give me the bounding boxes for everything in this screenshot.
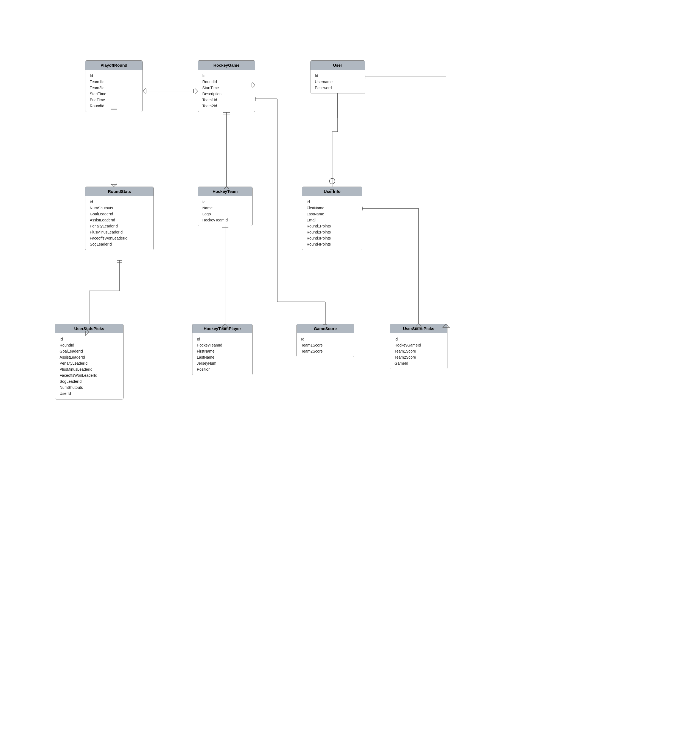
- field-roundstats-assistleaderid: AssistLeaderId: [90, 217, 149, 223]
- field-userscorepicks-team1score: Team1Score: [394, 348, 443, 354]
- field-playoffround-starttime: StartTime: [90, 91, 138, 97]
- field-hockeygame-team2id: Team2Id: [202, 103, 251, 109]
- svg-point-16: [329, 178, 335, 184]
- field-roundstats-sogleaderid: SogLeaderId: [90, 241, 149, 247]
- field-userscorepicks-team2score: Team2Score: [394, 354, 443, 360]
- field-userinfo-email: Email: [307, 217, 358, 223]
- entity-hockeyteamplayer-header: HockeyTeamPlayer: [193, 324, 252, 333]
- field-userinfo-round3points: Round3Points: [307, 235, 358, 241]
- entity-gamescore-header: GameScore: [297, 324, 354, 333]
- field-userstatspicks-roundid: RoundId: [59, 342, 119, 348]
- entity-hockeyteam-header: HockeyTeam: [198, 187, 252, 196]
- field-gamescore-team1score: Team1Score: [301, 342, 350, 348]
- field-hockeyteam-id: Id: [202, 199, 248, 205]
- field-userscorepicks-gameid: GameId: [394, 360, 443, 366]
- entity-playoffround-fields: Id Team1Id Team2Id StartTime EndTime Rou…: [85, 70, 142, 112]
- field-userinfo-lastname: LastName: [307, 211, 358, 217]
- field-hockeyteamplayer-firstname: FirstName: [197, 348, 248, 354]
- svg-line-5: [195, 91, 198, 94]
- field-roundstats-numshutouts: NumShutouts: [90, 205, 149, 211]
- erd-diagram: PlayoffRound Id Team1Id Team2Id StartTim…: [0, 0, 700, 743]
- field-userstatspicks-userid: UserId: [59, 391, 119, 397]
- svg-line-1: [143, 88, 145, 91]
- field-gamescore-id: Id: [301, 336, 350, 342]
- entity-user-header: User: [310, 61, 365, 70]
- field-user-id: Id: [315, 73, 360, 79]
- field-gamescore-team2score: Team2Score: [301, 348, 350, 354]
- entity-roundstats-fields: Id NumShutouts GoalLeaderId AssistLeader…: [85, 196, 153, 250]
- field-hockeyteam-logo: Logo: [202, 211, 248, 217]
- field-playoffround-team1id: Team1Id: [90, 79, 138, 85]
- entity-roundstats: RoundStats Id NumShutouts GoalLeaderId A…: [85, 186, 154, 250]
- field-userstatspicks-sogleaderid: SogLeaderId: [59, 378, 119, 385]
- entity-roundstats-header: RoundStats: [85, 187, 153, 196]
- field-hockeyteamplayer-hockeyteamid: HockeyTeamId: [197, 342, 248, 348]
- field-hockeygame-starttime: StartTime: [202, 85, 251, 91]
- entity-user-fields: Id Username Password: [310, 70, 365, 93]
- field-userinfo-round1points: Round1Points: [307, 223, 358, 229]
- svg-line-2: [143, 91, 145, 94]
- field-hockeygame-team1id: Team1Id: [202, 97, 251, 103]
- field-userstatspicks-penaltyleaderid: PenaltyLeaderId: [59, 360, 119, 366]
- field-hockeyteam-hockeyteamid: HockeyTeamId: [202, 217, 248, 223]
- field-userinfo-firstname: FirstName: [307, 205, 358, 211]
- field-hockeygame-id: Id: [202, 73, 251, 79]
- entity-gamescore: GameScore Id Team1Score Team2Score: [297, 324, 354, 357]
- field-userinfo-id: Id: [307, 199, 358, 205]
- entity-user: User Id Username Password: [310, 61, 365, 94]
- svg-line-24: [111, 184, 114, 186]
- svg-line-25: [114, 184, 117, 186]
- entity-userstatspicks-header: UserStatsPicks: [55, 324, 123, 333]
- field-userstatspicks-id: Id: [59, 336, 119, 342]
- entity-userstatspicks: UserStatsPicks Id RoundId GoalLeaderId A…: [55, 324, 123, 400]
- field-hockeygame-description: Description: [202, 91, 251, 97]
- field-user-password: Password: [315, 85, 360, 91]
- field-roundstats-penaltyleaderid: PenaltyLeaderId: [90, 223, 149, 229]
- field-userstatspicks-assistleaderid: AssistLeaderId: [59, 354, 119, 360]
- field-userscorepicks-hockeygameid: HockeyGameId: [394, 342, 443, 348]
- entity-hockeygame-header: HockeyGame: [198, 61, 255, 70]
- field-hockeyteamplayer-lastname: LastName: [197, 354, 248, 360]
- field-hockeyteamplayer-jerseynum: JerseyNum: [197, 360, 248, 366]
- field-hockeyteamplayer-id: Id: [197, 336, 248, 342]
- field-userstatspicks-numshutouts: NumShutouts: [59, 385, 119, 391]
- field-userinfo-round2points: Round2Points: [307, 229, 358, 235]
- entity-hockeyteam-fields: Id Name Logo HockeyTeamId: [198, 196, 252, 226]
- entity-userscorepicks-fields: Id HockeyGameId Team1Score Team2Score Ga…: [390, 333, 447, 369]
- field-userscorepicks-id: Id: [394, 336, 443, 342]
- field-playoffround-roundid: RoundId: [90, 103, 138, 109]
- entity-playoffround-header: PlayoffRound: [85, 61, 142, 70]
- field-playoffround-endtime: EndTime: [90, 97, 138, 103]
- field-roundstats-id: Id: [90, 199, 149, 205]
- field-userstatspicks-faceoffswonleaderid: FaceoffsWonLeaderId: [59, 372, 119, 378]
- svg-line-4: [195, 88, 198, 91]
- entity-userstatspicks-fields: Id RoundId GoalLeaderId AssistLeaderId P…: [55, 333, 123, 399]
- entity-hockeygame-fields: Id RoundId StartTime Description Team1Id…: [198, 70, 255, 112]
- field-roundstats-goalleaderid: GoalLeaderId: [90, 211, 149, 217]
- entity-userinfo-fields: Id FirstName LastName Email Round1Points…: [302, 196, 362, 250]
- entity-hockeyteamplayer: HockeyTeamPlayer Id HockeyTeamId FirstNa…: [192, 324, 252, 375]
- entity-hockeygame: HockeyGame Id RoundId StartTime Descript…: [198, 61, 255, 112]
- entity-hockeyteam: HockeyTeam Id Name Logo HockeyTeamId: [198, 186, 252, 226]
- entity-playoffround: PlayoffRound Id Team1Id Team2Id StartTim…: [85, 61, 143, 112]
- field-hockeyteamplayer-position: Position: [197, 366, 248, 372]
- field-userstatspicks-goalleaderid: GoalLeaderId: [59, 348, 119, 354]
- entity-gamescore-fields: Id Team1Score Team2Score: [297, 333, 354, 357]
- entity-hockeyteamplayer-fields: Id HockeyTeamId FirstName LastName Jerse…: [193, 333, 252, 375]
- field-user-username: Username: [315, 79, 360, 85]
- field-hockeygame-roundid: RoundId: [202, 79, 251, 85]
- entity-userscorepicks: UserScorePicks Id HockeyGameId Team1Scor…: [390, 324, 448, 369]
- field-hockeyteam-name: Name: [202, 205, 248, 211]
- entity-userscorepicks-header: UserScorePicks: [390, 324, 447, 333]
- field-userinfo-round4points: Round4Points: [307, 241, 358, 247]
- field-playoffround-id: Id: [90, 73, 138, 79]
- field-roundstats-faceoffswonleaderid: FaceoffsWonLeaderId: [90, 235, 149, 241]
- entity-userinfo-header: UserInfo: [302, 187, 362, 196]
- field-playoffround-team2id: Team2Id: [90, 85, 138, 91]
- field-userstatspicks-plusminusleaderid: PlusMinusLeaderId: [59, 366, 119, 372]
- entity-userinfo: UserInfo Id FirstName LastName Email Rou…: [302, 186, 362, 250]
- field-roundstats-plusminusleaderid: PlusMinusLeaderId: [90, 229, 149, 235]
